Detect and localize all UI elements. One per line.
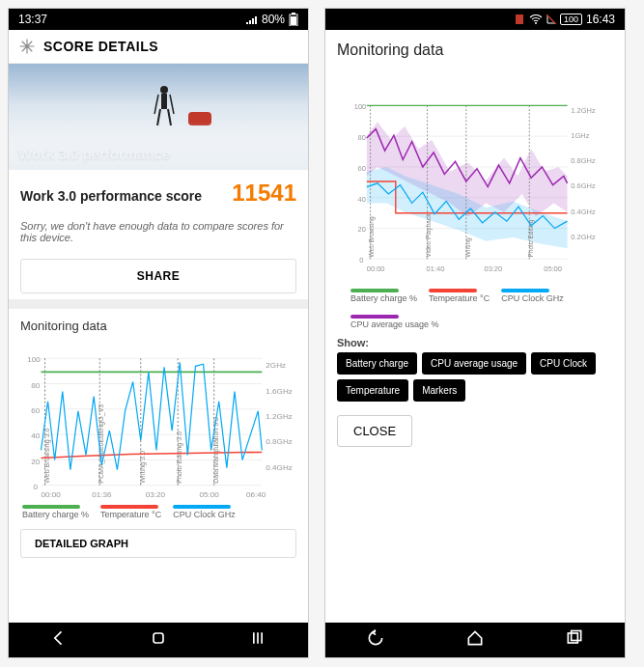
battery-icon: [289, 13, 298, 26]
svg-rect-75: [569, 633, 578, 643]
svg-rect-76: [572, 631, 581, 641]
svg-text:1.2GHz: 1.2GHz: [571, 106, 596, 115]
y-left-ticks: 020406080100: [354, 102, 366, 264]
svg-text:Writing: Writing: [464, 237, 472, 258]
svg-text:Data Manipulation 3.0: Data Manipulation 3.0: [212, 417, 220, 484]
svg-text:40: 40: [357, 195, 365, 204]
phone-left: 13:37 80% SCORE DETAILS Work 3.0 perform…: [8, 8, 309, 658]
svg-text:Writing 3.0: Writing 3.0: [139, 451, 147, 484]
nav-recent-icon[interactable]: [565, 628, 584, 652]
filter-markers[interactable]: Markers: [413, 379, 465, 402]
y-right-ticks: 0.2GHz0.4GHz0.6GHz0.8GHz1GHz1.2GHz: [571, 106, 596, 241]
skier-icon: [153, 85, 176, 127]
legend-right: Battery charge % Temperature °C CPU Cloc…: [337, 287, 613, 331]
close-button[interactable]: CLOSE: [337, 415, 412, 447]
svg-text:60: 60: [31, 406, 41, 415]
signal-icon: [246, 14, 258, 24]
statusbar-time: 13:37: [18, 13, 47, 26]
score-label: Work 3.0 performance score: [20, 188, 202, 204]
nav-recent-icon[interactable]: [248, 628, 267, 652]
svg-line-5: [154, 95, 158, 114]
hero-title: Work 3.0 performance: [18, 146, 170, 162]
monitoring-title-right: Monitoring data: [337, 42, 613, 59]
filter-cpuclock[interactable]: CPU Clock: [531, 352, 596, 375]
svg-rect-4: [161, 94, 167, 109]
comparison-note: Sorry, we don't have enough data to comp…: [9, 216, 308, 253]
statusbar-left: 13:37 80%: [9, 9, 308, 30]
sim-icon: [514, 14, 525, 25]
svg-text:0.6GHz: 0.6GHz: [571, 181, 596, 190]
svg-point-3: [160, 86, 168, 94]
svg-point-43: [535, 22, 537, 24]
svg-rect-1: [292, 13, 295, 14]
svg-text:20: 20: [357, 225, 365, 234]
show-label: Show:: [337, 337, 613, 348]
svg-text:06:40: 06:40: [246, 490, 266, 499]
sled-icon: [188, 112, 211, 125]
legend-item: Temperature °C: [429, 289, 490, 303]
hero-image: Work 3.0 performance: [9, 64, 308, 170]
svg-text:Video Playback: Video Playback: [425, 213, 433, 258]
svg-text:05:00: 05:00: [200, 490, 220, 499]
chart-svg-right: 020406080100 0.2GHz0.4GHz0.6GHz0.8GHz1GH…: [350, 78, 603, 283]
svg-text:00:00: 00:00: [367, 265, 385, 274]
chart-right[interactable]: 020406080100 0.2GHz0.4GHz0.6GHz0.8GHz1GH…: [337, 74, 613, 287]
statusbar-right-icons: 100 16:43: [514, 13, 615, 26]
svg-text:05:00: 05:00: [544, 265, 562, 274]
svg-text:100: 100: [27, 355, 41, 364]
svg-text:100: 100: [354, 102, 366, 111]
phone-right: 100 16:43 Monitoring data 020406080100 0…: [324, 8, 626, 658]
svg-text:0: 0: [359, 256, 363, 264]
svg-text:0.4GHz: 0.4GHz: [571, 208, 596, 216]
statusbar-right: 80%: [246, 13, 298, 26]
svg-text:60: 60: [357, 164, 365, 173]
svg-text:0.4GHz: 0.4GHz: [266, 463, 292, 472]
legend-left: Battery charge % Temperature °C CPU Cloc…: [9, 503, 308, 521]
legend-item: CPU Clock GHz: [501, 289, 564, 303]
svg-text:01:40: 01:40: [427, 265, 445, 274]
svg-rect-42: [516, 14, 523, 24]
statusbar-time-right: 16:43: [586, 13, 615, 26]
nav-home-icon[interactable]: [149, 628, 168, 652]
legend-item: Temperature °C: [100, 505, 161, 519]
svg-text:0.8GHz: 0.8GHz: [266, 437, 292, 446]
wifi-icon: [529, 14, 543, 24]
svg-line-7: [157, 109, 160, 125]
svg-text:03:20: 03:20: [146, 490, 166, 499]
battery-text: 80%: [262, 13, 285, 26]
svg-text:20: 20: [31, 458, 41, 466]
legend-item: Battery charge %: [22, 505, 89, 519]
grid: [41, 358, 262, 486]
filter-battery[interactable]: Battery charge: [337, 352, 417, 375]
snowflake-icon: [18, 38, 36, 55]
score-value: 11541: [232, 180, 296, 207]
detailed-graph-button[interactable]: DETAILED GRAPH: [20, 529, 296, 558]
monitoring-title-left: Monitoring data: [9, 309, 308, 339]
right-content: Monitoring data 020406080100 0.2GHz0.4GH…: [325, 30, 625, 623]
navbar-right: [325, 623, 625, 657]
chart-left[interactable]: 020406080100 0.4GHz0.8GHz1.2GHz1.6GHz2GH…: [9, 339, 308, 503]
nav-back-icon[interactable]: [366, 628, 385, 652]
legend-item: CPU average usage %: [350, 315, 439, 329]
svg-text:Photo Editing 3.0: Photo Editing 3.0: [176, 431, 183, 484]
svg-text:1.6GHz: 1.6GHz: [266, 387, 292, 396]
svg-text:1.2GHz: 1.2GHz: [266, 412, 292, 421]
nav-home-icon[interactable]: [465, 628, 485, 652]
share-button[interactable]: SHARE: [20, 259, 296, 293]
svg-text:1GHz: 1GHz: [571, 131, 589, 140]
filter-row: Battery charge CPU average usage CPU Clo…: [337, 352, 613, 402]
legend-item: Battery charge %: [350, 289, 417, 303]
section-gap: [9, 299, 308, 309]
svg-line-6: [170, 95, 174, 114]
statusbar-right-phone: 100 16:43: [325, 9, 625, 30]
svg-text:0: 0: [33, 483, 38, 491]
app-header: SCORE DETAILS: [9, 30, 308, 64]
y-right-ticks: 0.4GHz0.8GHz1.2GHz1.6GHz2GHz: [266, 361, 292, 471]
svg-rect-41: [154, 633, 163, 643]
nav-back-icon[interactable]: [49, 628, 69, 652]
filter-temperature[interactable]: Temperature: [337, 379, 408, 402]
score-row: Work 3.0 performance score 11541: [9, 170, 308, 216]
svg-text:0.8GHz: 0.8GHz: [571, 156, 596, 165]
signal-off-icon: [546, 14, 556, 24]
filter-cpuavg[interactable]: CPU average usage: [422, 352, 526, 375]
